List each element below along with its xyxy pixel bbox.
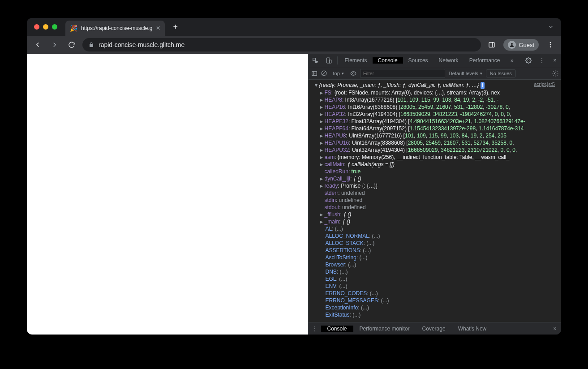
object-summary[interactable]: ▾{ready: Promise, _main: ƒ, _fflush: ƒ, …: [309, 82, 561, 89]
drawer-menu-icon[interactable]: ⋮: [309, 326, 321, 332]
inspect-icon[interactable]: [309, 57, 322, 64]
console-property[interactable]: ALLOC_STACK: (...): [309, 240, 561, 247]
drawer-tab-coverage[interactable]: Coverage: [416, 326, 452, 332]
issues-button[interactable]: No Issues: [486, 69, 516, 77]
log-levels-selector[interactable]: Default levels ▾: [449, 71, 482, 76]
svg-rect-6: [313, 58, 315, 60]
console-property[interactable]: DNS: (...): [309, 268, 561, 275]
device-mode-icon[interactable]: [322, 57, 335, 64]
console-property[interactable]: ▸HEAPF32: Float32Array(4194304) [4.49044…: [309, 118, 561, 125]
svg-point-2: [511, 43, 513, 45]
filter-input[interactable]: [360, 69, 445, 78]
clear-console-icon[interactable]: [321, 70, 327, 76]
live-expression-icon[interactable]: [350, 70, 356, 77]
svg-rect-10: [312, 71, 317, 75]
console-property[interactable]: stdin: undefined: [309, 197, 561, 204]
drawer: ⋮ ConsolePerformance monitorCoverageWhat…: [309, 322, 561, 335]
content-area: ElementsConsoleSourcesNetworkPerformance…: [27, 54, 561, 335]
console-property[interactable]: ▸HEAPU8: Uint8Array(16777216) [101, 109,…: [309, 132, 561, 139]
devtools-panel: ElementsConsoleSourcesNetworkPerformance…: [308, 54, 561, 335]
svg-point-4: [550, 44, 551, 46]
console-property[interactable]: EGL: (...): [309, 275, 561, 283]
info-badge-icon[interactable]: i: [481, 82, 484, 89]
console-settings-icon[interactable]: [552, 70, 558, 77]
tab-title: https://rapid-concise-muscle.g: [81, 25, 152, 31]
svg-point-14: [352, 73, 354, 74]
console-property[interactable]: ASSERTIONS: (...): [309, 247, 561, 254]
favicon: 🎉: [70, 25, 77, 32]
console-property[interactable]: ▸HEAP16: Int16Array(8388608) [28005, 254…: [309, 103, 561, 111]
console-property[interactable]: AL: (...): [309, 225, 561, 232]
profile-label: Guest: [519, 42, 534, 48]
console-property[interactable]: calledRun: true: [309, 168, 561, 175]
devtools-tab-elements[interactable]: Elements: [339, 57, 373, 64]
console-property[interactable]: ▸_main: ƒ (): [309, 218, 561, 225]
page-viewport[interactable]: [27, 54, 308, 335]
drawer-tab-what-s-new[interactable]: What's New: [452, 326, 493, 332]
devtools-tab-network[interactable]: Network: [433, 57, 464, 64]
svg-rect-0: [489, 43, 494, 47]
drawer-tab-console[interactable]: Console: [321, 326, 353, 332]
console-property[interactable]: ERRNO_CODES: (...): [309, 290, 561, 297]
console-sidebar-toggle[interactable]: [311, 70, 318, 77]
console-property[interactable]: AsciiToString: (...): [309, 254, 561, 261]
close-drawer-button[interactable]: ×: [549, 326, 561, 332]
svg-line-13: [322, 72, 326, 75]
toolbar-right: Guest: [485, 39, 557, 51]
tab-strip: 🎉 https://rapid-concise-muscle.g × +: [27, 18, 561, 36]
console-property[interactable]: ▸dynCall_jiji: ƒ (): [309, 175, 561, 182]
maximize-window-button[interactable]: [52, 24, 57, 30]
console-property[interactable]: Browser: (...): [309, 261, 561, 268]
console-property[interactable]: ALLOC_NORMAL: (...): [309, 232, 561, 240]
devtools-tab-console[interactable]: Console: [373, 57, 403, 64]
url-text: rapid-concise-muscle.glitch.me: [99, 41, 185, 48]
console-property[interactable]: ▸ready: Promise {: {…}}: [309, 182, 561, 189]
tab-overflow-icon[interactable]: [548, 24, 554, 30]
menu-button[interactable]: [544, 39, 557, 51]
svg-point-3: [550, 42, 551, 43]
svg-point-5: [550, 46, 551, 47]
console-property[interactable]: stderr: undefined: [309, 189, 561, 197]
console-property[interactable]: ▸asm: {memory: Memory(256), __indirect_f…: [309, 154, 561, 161]
reload-button[interactable]: [65, 39, 78, 51]
svg-point-9: [528, 60, 529, 61]
console-property[interactable]: ▸_fflush: ƒ (): [309, 211, 561, 218]
console-property[interactable]: ▸FS: {root: FSNode, mounts: Array(0), de…: [309, 89, 561, 96]
source-link[interactable]: script.js:5: [534, 81, 555, 88]
console-toolbar: top ▾ Default levels ▾ No Issues: [309, 67, 561, 80]
minimize-window-button[interactable]: [43, 24, 48, 30]
console-property[interactable]: ▸HEAPU16: Uint16Array(8388608) [28005, 2…: [309, 139, 561, 146]
devtools-tabs: ElementsConsoleSourcesNetworkPerformance…: [309, 54, 561, 67]
devtools-tab-performance[interactable]: Performance: [464, 57, 506, 64]
console-property[interactable]: ExceptionInfo: (...): [309, 304, 561, 311]
close-tab-icon[interactable]: ×: [156, 24, 160, 32]
console-property[interactable]: ▸HEAPU32: Uint32Array(4194304) [16685090…: [309, 146, 561, 154]
devtools-tab-sources[interactable]: Sources: [403, 57, 433, 64]
more-tabs-icon[interactable]: »: [505, 57, 519, 64]
console-property[interactable]: ENV: (...): [309, 283, 561, 290]
toolbar: rapid-concise-muscle.glitch.me Guest: [27, 36, 561, 54]
side-panel-icon[interactable]: [485, 39, 498, 51]
settings-icon[interactable]: [522, 57, 535, 64]
console-property[interactable]: ▸HEAPF64: Float64Array(2097152) [1.15454…: [309, 125, 561, 132]
console-output[interactable]: script.js:5 ▾{ready: Promise, _main: ƒ, …: [309, 80, 561, 322]
new-tab-button[interactable]: +: [169, 21, 182, 33]
close-devtools-button[interactable]: ×: [549, 57, 561, 64]
context-selector[interactable]: top ▾: [330, 70, 347, 77]
address-bar[interactable]: rapid-concise-muscle.glitch.me: [82, 38, 481, 51]
browser-tab[interactable]: 🎉 https://rapid-concise-muscle.g ×: [65, 21, 165, 36]
drawer-tab-performance-monitor[interactable]: Performance monitor: [353, 326, 416, 332]
devtools-menu-icon[interactable]: ⋮: [535, 57, 549, 64]
close-window-button[interactable]: [34, 24, 39, 30]
svg-point-15: [554, 73, 556, 74]
lock-icon: [89, 42, 94, 47]
console-property[interactable]: stdout: undefined: [309, 204, 561, 211]
console-property[interactable]: ▸callMain: ƒ callMain(args = []): [309, 161, 561, 168]
console-property[interactable]: ▸HEAP32: Int32Array(4194304) [1668509029…: [309, 111, 561, 118]
back-button[interactable]: [31, 39, 44, 51]
console-property[interactable]: ExitStatus: (...): [309, 311, 561, 318]
console-property[interactable]: ERRNO_MESSAGES: (...): [309, 297, 561, 304]
profile-button[interactable]: Guest: [503, 39, 539, 51]
forward-button[interactable]: [48, 39, 61, 51]
console-property[interactable]: ▸HEAP8: Int8Array(16777216) [101, 109, 1…: [309, 96, 561, 103]
